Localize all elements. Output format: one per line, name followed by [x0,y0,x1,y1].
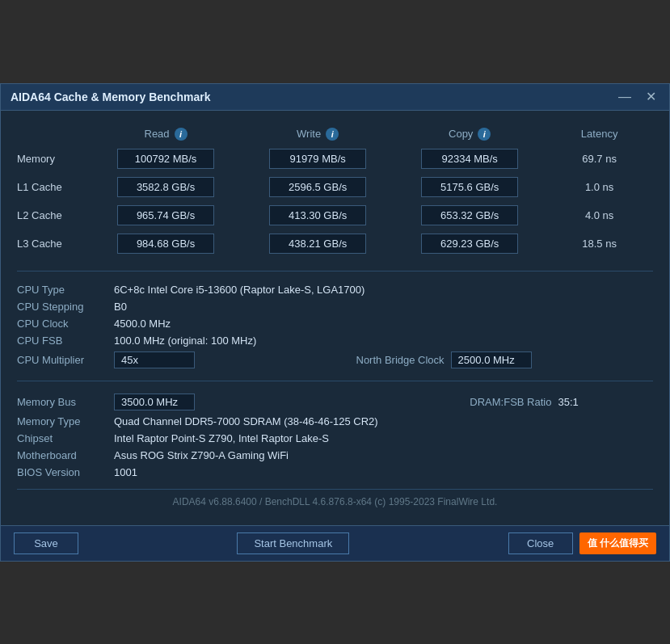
bios-label: BIOS Version [17,464,114,481]
row-write-2: 413.30 GB/s [242,201,394,229]
cpu-stepping-row: CPU Stepping B0 [17,298,653,315]
bench-row-0: Memory 100792 MB/s 91979 MB/s 92334 MB/s… [17,145,653,173]
row-latency-0: 69.7 ns [546,145,653,173]
bench-row-3: L3 Cache 984.68 GB/s 438.21 GB/s 629.23 … [17,229,653,258]
cpu-stepping-value: B0 [114,298,653,315]
cpu-clock-label: CPU Clock [17,315,114,332]
dram-fsb-value: 35:1 [558,391,653,413]
col-read-header: Read i [90,124,242,145]
read-info-icon[interactable]: i [175,128,188,141]
content-area: Read i Write i Copy i [1,111,669,525]
cpu-stepping-label: CPU Stepping [17,298,114,315]
row-write-3: 438.21 GB/s [242,229,394,258]
row-label-3: L3 Cache [17,229,90,258]
row-latency-1: 1.0 ns [546,173,653,201]
motherboard-row: Motherboard Asus ROG Strix Z790-A Gaming… [17,447,653,464]
north-bridge-label: North Bridge Clock [227,349,451,371]
write-info-icon[interactable]: i [326,128,339,141]
cpu-clock-row: CPU Clock 4500.0 MHz [17,315,653,332]
motherboard-label: Motherboard [17,447,114,464]
row-read-3: 984.68 GB/s [90,229,242,258]
close-button-bottom[interactable]: Close [508,532,573,554]
start-benchmark-button[interactable]: Start Benchmark [237,532,349,554]
memory-type-value: Quad Channel DDR5-7000 SDRAM (38-46-46-1… [114,413,653,430]
window-title: AIDA64 Cache & Memory Benchmark [11,90,210,103]
cpu-fsb-label: CPU FSB [17,332,114,349]
row-label-0: Memory [17,145,90,173]
row-latency-2: 4.0 ns [546,201,653,229]
chipset-value: Intel Raptor Point-S Z790, Intel Raptor … [114,430,653,447]
row-read-2: 965.74 GB/s [90,201,242,229]
bench-row-1: L1 Cache 3582.8 GB/s 2596.5 GB/s 5175.6 … [17,173,653,201]
title-bar: AIDA64 Cache & Memory Benchmark — ✕ [1,84,669,111]
chipset-label: Chipset [17,430,114,447]
minimize-button[interactable]: — [615,90,634,103]
row-copy-1: 5175.6 GB/s [394,173,546,201]
row-read-0: 100792 MB/s [90,145,242,173]
divider-1 [17,271,653,271]
bottom-bar: Save Start Benchmark Close 值 什么值得买 [1,525,669,561]
cpu-multiplier-label: CPU Multiplier [17,349,114,371]
cpu-info-table: CPU Type 6C+8c Intel Core i5-13600 (Rapt… [17,281,653,371]
row-label-1: L1 Cache [17,173,90,201]
cpu-clock-value: 4500.0 MHz [114,315,653,332]
cpu-multiplier-value: 45x [114,349,227,371]
window-controls: — ✕ [615,90,659,103]
divider-2 [17,381,653,381]
bios-row: BIOS Version 1001 [17,464,653,481]
copy-info-icon[interactable]: i [478,128,491,141]
dram-fsb-label: DRAM:FSB Ratio [227,391,558,413]
row-write-0: 91979 MB/s [242,145,394,173]
col-copy-header: Copy i [394,124,546,145]
row-write-1: 2596.5 GB/s [242,173,394,201]
main-window: AIDA64 Cache & Memory Benchmark — ✕ Read… [0,83,670,562]
col-latency-header: Latency [546,124,653,145]
cpu-type-value: 6C+8c Intel Core i5-13600 (Raptor Lake-S… [114,281,653,298]
memory-bus-row: Memory Bus 3500.0 MHz DRAM:FSB Ratio 35:… [17,391,653,413]
row-copy-2: 653.32 GB/s [394,201,546,229]
motherboard-value: Asus ROG Strix Z790-A Gaming WiFi [114,447,653,464]
memory-bus-value: 3500.0 MHz [114,391,227,413]
row-read-1: 3582.8 GB/s [90,173,242,201]
save-button[interactable]: Save [14,532,78,554]
row-copy-0: 92334 MB/s [394,145,546,173]
watermark: 值 什么值得买 [579,532,656,554]
col-write-header: Write i [242,124,394,145]
memory-type-label: Memory Type [17,413,114,430]
footer-text: AIDA64 v6.88.6400 / BenchDLL 4.6.876.8-x… [17,489,653,517]
bios-value: 1001 [114,464,653,481]
memory-type-row: Memory Type Quad Channel DDR5-7000 SDRAM… [17,413,653,430]
memory-bus-label: Memory Bus [17,391,114,413]
cpu-type-row: CPU Type 6C+8c Intel Core i5-13600 (Rapt… [17,281,653,298]
north-bridge-value: 2500.0 MHz [451,349,653,371]
cpu-fsb-value: 100.0 MHz (original: 100 MHz) [114,332,653,349]
benchmark-table: Read i Write i Copy i [17,124,653,258]
cpu-fsb-row: CPU FSB 100.0 MHz (original: 100 MHz) [17,332,653,349]
row-latency-3: 18.5 ns [546,229,653,258]
cpu-multiplier-row: CPU Multiplier 45x North Bridge Clock 25… [17,349,653,371]
close-button[interactable]: ✕ [643,90,659,103]
memory-info-table: Memory Bus 3500.0 MHz DRAM:FSB Ratio 35:… [17,391,653,481]
cpu-type-label: CPU Type [17,281,114,298]
bench-row-2: L2 Cache 965.74 GB/s 413.30 GB/s 653.32 … [17,201,653,229]
row-label-2: L2 Cache [17,201,90,229]
chipset-row: Chipset Intel Raptor Point-S Z790, Intel… [17,430,653,447]
col-label-header [17,124,90,145]
row-copy-3: 629.23 GB/s [394,229,546,258]
